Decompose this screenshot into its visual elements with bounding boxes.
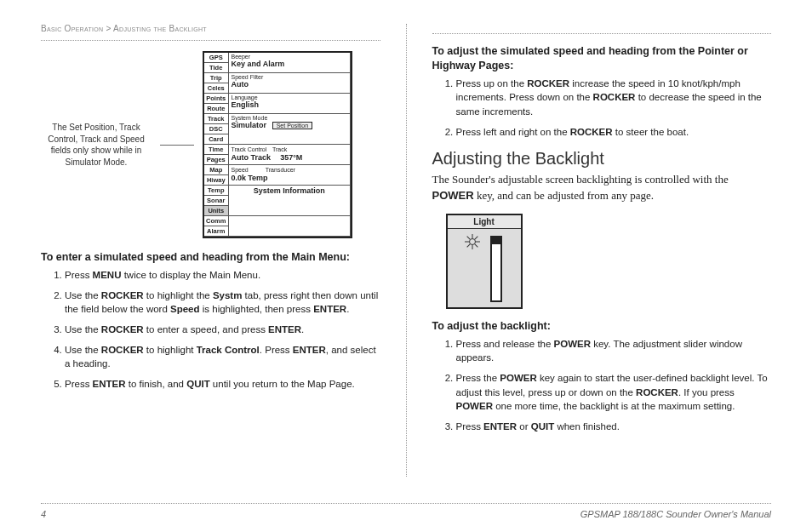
divider [41,40,380,41]
list-item: Press up on the ROCKER increase the spee… [456,77,772,119]
right-lead-1: To adjust the simulated speed and headin… [432,44,772,73]
figure-annotation: The Set Position, Track Control, Track a… [41,122,152,168]
backlight-widget: Light [446,214,523,309]
set-position-button: Set Position [272,122,312,129]
page-number: 4 [41,509,46,519]
figure-row: The Set Position, Track Control, Track a… [41,51,380,238]
divider [432,33,772,34]
right-lead-2: To adjust the backlight: [432,319,772,334]
annotation-leader-line [160,145,194,146]
breadcrumb-sub: Adjusting the Backlight [113,24,207,33]
left-steps: Press MENU twice to display the Main Men… [41,268,380,392]
manual-title: GPSMAP 188/188C Sounder Owner's Manual [580,509,771,519]
gps-tab-systm-active: Units [204,206,228,216]
right-steps-2: Press and release the POWER key. The adj… [432,337,772,434]
backlight-widget-title: Light [448,215,521,229]
list-item: Press left and right on the ROCKER to st… [456,125,772,140]
list-item: Press MENU twice to display the Main Men… [65,268,380,283]
right-steps-1: Press up on the ROCKER increase the spee… [432,77,772,140]
body-paragraph: The Sounder's adjustable screen backligh… [432,172,772,203]
backlight-slider [490,236,502,302]
brightness-icon [466,236,478,248]
left-lead: To enter a simulated speed and heading f… [41,250,380,265]
list-item: Press and release the POWER key. The adj… [456,337,772,365]
page-footer: 4 GPSMAP 188/188C Sounder Owner's Manual [41,503,771,519]
section-heading: Adjusting the Backlight [432,149,772,169]
left-column: Basic Operation > Adjusting the Backligh… [41,24,380,477]
gps-screenshot: GPS BeeperKey and Alarm Tide Trip Speed … [203,51,352,238]
list-item: Press ENTER or QUIT when finished. [456,420,772,434]
page-body: Basic Operation > Adjusting the Backligh… [0,0,812,485]
gps-tab: GPS [204,53,228,63]
list-item: Press ENTER to finish, and QUIT until yo… [65,377,380,392]
column-divider [406,24,407,477]
breadcrumb-sep: > [106,24,111,33]
list-item: Use the ROCKER to enter a speed, and pre… [65,323,380,337]
breadcrumb-section: Basic Operation [41,24,103,33]
right-column: To adjust the simulated speed and headin… [432,24,772,477]
list-item: Use the ROCKER to highlight Track Contro… [65,343,380,371]
list-item: Press the POWER key again to start the u… [456,371,772,414]
breadcrumb: Basic Operation > Adjusting the Backligh… [41,24,380,33]
list-item: Use the ROCKER to highlight the Systm ta… [65,289,380,317]
